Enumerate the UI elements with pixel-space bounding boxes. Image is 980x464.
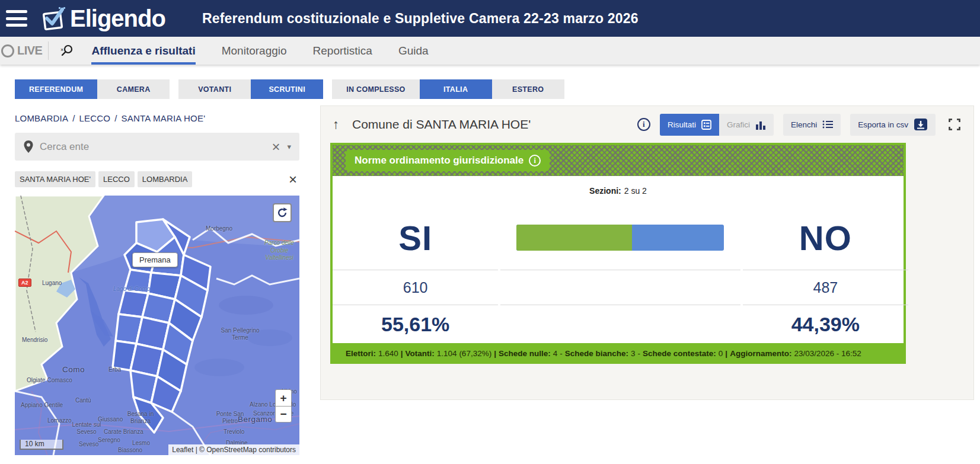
map-label-lesmo: Lesmo <box>132 440 150 446</box>
risultati-button[interactable]: Risultati <box>660 114 719 136</box>
map-refresh-button[interactable] <box>273 203 292 222</box>
nav-item-label: Reportistica <box>313 44 372 57</box>
answer-si: SI <box>398 218 432 258</box>
sezioni-status: Sezioni: 2 su 2 <box>333 176 904 206</box>
map-label-como: Como <box>62 365 85 374</box>
schede-nulle-label: Schede nulle: <box>499 349 551 358</box>
map-label-erba: Erba <box>108 366 121 373</box>
filter-in-complesso-button[interactable]: IN COMPLESSO <box>332 79 419 99</box>
main-navbar: LIVE × Affluenza e risultati Monitoraggi… <box>0 37 980 65</box>
schede-contestate-label: Schede contestate: <box>643 349 716 358</box>
clear-search-icon[interactable]: × <box>272 140 280 154</box>
map-label-lago-di-como: Lago di Como <box>113 286 150 292</box>
tag-lecco[interactable]: LECCO <box>98 171 135 187</box>
filter-votanti-button[interactable]: VOTANTI <box>178 79 251 99</box>
map-attribution: Leaflet | © OpenStreetMap contributors <box>168 444 299 455</box>
location-pin-icon <box>23 140 34 154</box>
nav-item-label: Guida <box>398 44 429 57</box>
aggiornamento-label: Aggiornamento: <box>730 349 791 358</box>
map-label-carate-brianza: Carate Brianza <box>104 428 143 435</box>
nav-items: Affluenza e risultati Monitoraggio Repor… <box>91 37 428 65</box>
map-label-morbegno: Morbegno <box>206 225 232 232</box>
bar-chart-icon <box>755 120 766 130</box>
schede-nulle-value: 4 <box>553 349 558 358</box>
collapse-up-arrow[interactable]: ↑ <box>333 117 339 132</box>
eligendo-app: Eligendo Referendum costituzionale e Sup… <box>0 0 980 464</box>
nav-item-monitoraggio[interactable]: Monitoraggio <box>222 37 287 65</box>
map-label-biassono: Biassono <box>118 447 142 453</box>
map-label-seveso: Seveso <box>79 441 98 447</box>
schede-bianche-value: 3 <box>631 349 636 358</box>
filter-camera-button[interactable]: CAMERA <box>97 79 170 99</box>
referendum-result-card: Norme ordinamento giurisdizionale i Sezi… <box>330 143 906 364</box>
sezioni-value: 2 su 2 <box>624 186 647 196</box>
leaflet-map[interactable]: Morbegno Parco delle Orobie Valtellinesi… <box>15 196 299 455</box>
search-reset-button[interactable]: × <box>49 37 85 65</box>
elenchi-button[interactable]: Elenchi <box>783 114 841 136</box>
info-icon[interactable]: i <box>637 118 650 131</box>
chevron-down-icon[interactable]: ▾ <box>287 142 291 151</box>
nav-item-reportistica[interactable]: Reportistica <box>313 37 372 65</box>
nav-item-guida[interactable]: Guida <box>398 37 429 65</box>
filter-italia-button[interactable]: ITALIA <box>420 79 492 99</box>
breadcrumb-santa-maria-hoe[interactable]: SANTA MARIA HOE' <box>122 113 206 123</box>
sezioni-label: Sezioni: <box>589 186 621 196</box>
breadcrumb-lecco[interactable]: LECCO <box>79 113 111 123</box>
percent-si: 55,61% <box>381 313 449 336</box>
grafici-label: Grafici <box>727 120 750 129</box>
results-list-icon <box>701 120 711 130</box>
live-indicator: LIVE <box>0 37 48 65</box>
map-zoom-controls: + − <box>275 389 292 423</box>
filter-estero-button[interactable]: ESTERO <box>492 79 564 99</box>
map-label-lentate-sul-seveso: Lentate sul Seveso <box>67 421 106 436</box>
breadcrumb-lombardia[interactable]: LOMBARDIA <box>15 113 68 123</box>
votes-row: 610 487 <box>333 270 904 305</box>
grafici-button[interactable]: Grafici <box>719 114 774 136</box>
map-label-san-pellegrino-terme: San Pellegrino Terme <box>219 327 261 341</box>
zoom-out-button[interactable]: − <box>275 406 292 423</box>
svg-text:×: × <box>60 47 63 53</box>
nav-item-affluenza[interactable]: Affluenza e risultati <box>91 37 195 65</box>
filter-scrutini-button[interactable]: SCRUTINI <box>251 79 323 99</box>
tag-santa-maria-hoe[interactable]: SANTA MARIA HOE' <box>15 171 95 187</box>
esporta-csv-button[interactable]: Esporta in csv <box>850 114 936 136</box>
quesito-banner: Norme ordinamento giurisdizionale i <box>333 145 904 176</box>
map-tooltip-premana: Premana <box>132 252 178 267</box>
answers-row: SI NO <box>333 206 904 270</box>
separator: | <box>401 349 403 358</box>
quesito-pill: Norme ordinamento giurisdizionale i <box>346 150 550 171</box>
selected-entity-tags: SANTA MARIA HOE' LECCO LOMBARDIA × <box>15 171 299 187</box>
filter-referendum-button[interactable]: REFERENDUM <box>15 79 97 99</box>
map-scale-bar: 10 km <box>20 440 63 450</box>
result-bar <box>516 225 724 251</box>
clear-tags-icon[interactable]: × <box>289 172 297 187</box>
votes-si: 610 <box>403 279 428 296</box>
search-input[interactable] <box>40 141 272 153</box>
panel-header: ↑ Comune di SANTA MARIA HOE' i Risultati <box>321 106 973 143</box>
quesito-info-icon[interactable]: i <box>529 155 541 167</box>
hamburger-menu-icon[interactable] <box>6 10 27 27</box>
map-label-besana-in-brianza: Besana in Brianza <box>123 411 158 425</box>
map-label-olgiate-comasco: Olgiate Comasco <box>27 377 72 383</box>
tag-lombardia[interactable]: LOMBARDIA <box>138 171 193 187</box>
fullscreen-icon[interactable] <box>949 119 960 130</box>
ballot-box-icon <box>39 4 68 33</box>
brand-name: Eligendo <box>70 5 165 32</box>
filter-label: REFERENDUM <box>29 85 83 94</box>
map-label-seregno: Seregno <box>98 437 120 443</box>
separator: - <box>638 349 641 358</box>
app-header: Eligendo Referendum costituzionale e Sup… <box>0 0 980 37</box>
map-label-giussano: Giussano <box>98 416 123 423</box>
list-icon <box>822 120 833 129</box>
nav-item-label: Affluenza e risultati <box>91 44 195 57</box>
percent-no: 44,39% <box>791 313 860 336</box>
quesito-label: Norme ordinamento giurisdizionale <box>355 155 523 167</box>
entity-search-box: × ▾ <box>15 133 299 161</box>
eligendo-logo[interactable]: Eligendo <box>39 4 165 33</box>
zoom-in-button[interactable]: + <box>275 389 292 406</box>
map-label-cantu: Cantù <box>75 397 91 404</box>
filter-label: VOTANTI <box>198 85 231 94</box>
elettori-label: Elettori: <box>346 349 376 358</box>
filter-label: ESTERO <box>512 85 544 94</box>
elettori-value: 1.640 <box>378 349 398 358</box>
